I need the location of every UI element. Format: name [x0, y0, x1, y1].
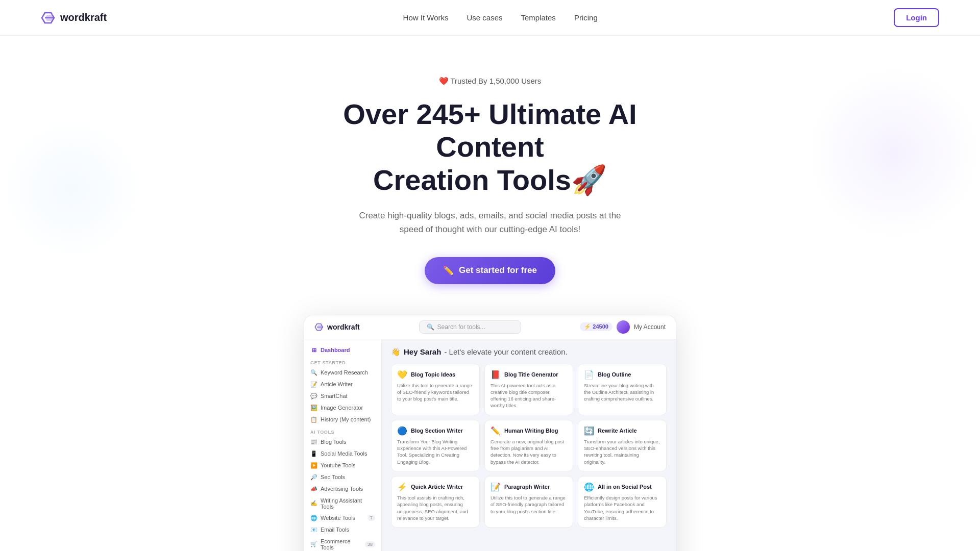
- tool-desc: This AI-powered tool acts as a creative …: [491, 382, 567, 409]
- tool-card-header: 📄 Blog Outline: [584, 370, 660, 380]
- cta-label: Get started for free: [459, 265, 537, 276]
- nav-use-cases[interactable]: Use cases: [467, 13, 502, 22]
- tool-card-blog-topic-ideas[interactable]: 💛 Blog Topic Ideas Utilize this tool to …: [391, 364, 480, 415]
- logo-text: wordkraft: [60, 12, 107, 23]
- writing-icon: ✍️: [310, 500, 317, 507]
- tool-icon: 🔄: [584, 426, 594, 436]
- sidebar-item-keyword-research[interactable]: 🔍 Keyword Research: [304, 367, 381, 379]
- tool-desc: This tool assists in crafting rich, appe…: [397, 494, 474, 521]
- article-icon: 📝: [310, 381, 317, 388]
- mockup-topbar: wordkraft 🔍 Search for tools... ⚡ 24500 …: [304, 315, 676, 339]
- tool-card-blog-outline[interactable]: 📄 Blog Outline Streamline your blog writ…: [578, 364, 667, 415]
- nav-pricing[interactable]: Pricing: [574, 13, 598, 22]
- tool-icon: 📕: [491, 370, 501, 380]
- tool-card-blog-title-gen[interactable]: 📕 Blog Title Generator This AI-powered t…: [484, 364, 573, 415]
- greeting-name: Hey Sarah: [404, 347, 441, 356]
- mockup-logo: wordkraft: [314, 322, 360, 332]
- tool-card-header: 🔵 Blog Section Writer: [397, 426, 474, 436]
- blog-icon: 📰: [310, 439, 317, 445]
- nav-templates[interactable]: Templates: [521, 13, 556, 22]
- tool-card-header: 📝 Paragraph Writer: [491, 482, 567, 492]
- nav-how-it-works[interactable]: How It Works: [403, 13, 449, 22]
- tool-desc: Transform your articles into unique, SEO…: [584, 438, 660, 465]
- sidebar-item-email-tools[interactable]: 📧 Email Tools: [304, 524, 381, 536]
- greeting-sub: - Let's elevate your content creation.: [444, 347, 567, 356]
- email-icon: 📧: [310, 527, 317, 533]
- nav-links: How It Works Use cases Templates Pricing: [403, 13, 598, 22]
- tool-icon: ⚡: [397, 482, 407, 492]
- tool-title: All in on Social Post: [598, 484, 652, 490]
- sidebar-item-article-writer[interactable]: 📝 Article Writer: [304, 379, 381, 390]
- tool-desc: Transform Your Blog Writing Experience w…: [397, 438, 474, 465]
- get-started-section: GET STARTED: [304, 356, 381, 367]
- tool-title: Blog Outline: [598, 371, 631, 378]
- tool-card-social-post[interactable]: 🌐 All in on Social Post Efficiently desi…: [578, 476, 667, 528]
- mockup-logo-text: wordkraft: [327, 323, 360, 331]
- trusted-badge: ❤️ Trusted By 1,50,000 Users: [439, 77, 542, 86]
- tool-card-human-writing[interactable]: ✏️ Human Writing Blog Generate a new, or…: [484, 420, 573, 471]
- history-icon: 📋: [310, 416, 317, 423]
- login-button[interactable]: Login: [894, 8, 939, 27]
- sidebar-item-writing-assistant[interactable]: ✍️ Writing Assistant Tools: [304, 495, 381, 512]
- tool-card-paragraph-writer[interactable]: 📝 Paragraph Writer Utilize this tool to …: [484, 476, 573, 528]
- navbar: wordkraft How It Works Use cases Templat…: [0, 0, 980, 36]
- ai-tools-section: AI TOOLS: [304, 425, 381, 436]
- tool-card-blog-section-writer[interactable]: 🔵 Blog Section Writer Transform Your Blo…: [391, 420, 480, 471]
- mockup-main-content: 👋 Hey Sarah - Let's elevate your content…: [382, 339, 676, 551]
- tool-card-header: 💛 Blog Topic Ideas: [397, 370, 474, 380]
- tool-card-header: ✏️ Human Writing Blog: [491, 426, 567, 436]
- hero-subtext: Create high-quality blogs, ads, emails, …: [352, 209, 628, 236]
- tool-title: Paragraph Writer: [504, 484, 550, 490]
- youtube-icon: ▶️: [310, 462, 317, 469]
- tool-card-rewrite-article[interactable]: 🔄 Rewrite Article Transform your article…: [578, 420, 667, 471]
- mockup-search-bar[interactable]: 🔍 Search for tools...: [419, 320, 521, 334]
- dashboard-label: Dashboard: [321, 347, 350, 353]
- app-mockup: wordkraft 🔍 Search for tools... ⚡ 24500 …: [304, 315, 676, 551]
- logo-icon: [41, 10, 57, 26]
- sidebar-item-social-media[interactable]: 📱 Social Media Tools: [304, 448, 381, 460]
- tool-title: Blog Section Writer: [411, 428, 463, 434]
- tool-card-header: ⚡ Quick Article Writer: [397, 482, 474, 492]
- website-icon: 🌐: [310, 515, 317, 521]
- tools-grid: 💛 Blog Topic Ideas Utilize this tool to …: [391, 364, 667, 528]
- search-icon: 🔍: [427, 323, 434, 331]
- mockup-user-area: ⚡ 24500 My Account: [580, 320, 666, 334]
- cta-button[interactable]: ✏️ Get started for free: [425, 257, 555, 284]
- sidebar-item-image-generator[interactable]: 🖼️ Image Generator: [304, 402, 381, 414]
- sidebar-item-advertising[interactable]: 📣 Advertising Tools: [304, 483, 381, 495]
- ecommerce-count: 38: [365, 541, 375, 547]
- tool-title: Quick Article Writer: [411, 484, 463, 490]
- sidebar-item-ecommerce[interactable]: 🛒 Ecommerce Tools 38: [304, 536, 381, 551]
- greeting: 👋 Hey Sarah - Let's elevate your content…: [391, 347, 667, 357]
- tool-card-header: 🔄 Rewrite Article: [584, 426, 660, 436]
- sidebar-item-dashboard[interactable]: ⊞ Dashboard: [304, 344, 381, 356]
- tool-icon: 🔵: [397, 426, 407, 436]
- sidebar: ⊞ Dashboard GET STARTED 🔍 Keyword Resear…: [304, 339, 382, 551]
- sidebar-item-seo[interactable]: 🔎 Seo Tools: [304, 471, 381, 483]
- logo[interactable]: wordkraft: [41, 10, 107, 26]
- mockup-body: ⊞ Dashboard GET STARTED 🔍 Keyword Resear…: [304, 339, 676, 551]
- mockup-wrapper: wordkraft 🔍 Search for tools... ⚡ 24500 …: [0, 315, 980, 551]
- sidebar-item-history[interactable]: 📋 History (My content): [304, 414, 381, 425]
- tool-desc: Streamline your blog writing with the Ou…: [584, 382, 660, 403]
- tool-title: Blog Topic Ideas: [411, 371, 455, 378]
- avatar: [617, 320, 630, 334]
- tool-desc: Generate a new, original blog post free …: [491, 438, 567, 465]
- image-gen-icon: 🖼️: [310, 405, 317, 411]
- keyword-icon: 🔍: [310, 369, 317, 376]
- tool-icon: 📝: [491, 482, 501, 492]
- sidebar-item-youtube[interactable]: ▶️ Youtube Tools: [304, 460, 381, 471]
- sidebar-item-website-tools[interactable]: 🌐 Website Tools 7: [304, 512, 381, 524]
- advertising-icon: 📣: [310, 486, 317, 492]
- website-tools-count: 7: [368, 515, 375, 521]
- tool-title: Rewrite Article: [598, 428, 637, 434]
- tool-card-quick-article[interactable]: ⚡ Quick Article Writer This tool assists…: [391, 476, 480, 528]
- sidebar-item-blog-tools[interactable]: 📰 Blog Tools: [304, 436, 381, 448]
- tool-card-header: 📕 Blog Title Generator: [491, 370, 567, 380]
- dashboard-icon: ⊞: [310, 347, 317, 354]
- tool-icon: 📄: [584, 370, 594, 380]
- tool-title: Human Writing Blog: [504, 428, 558, 434]
- sidebar-item-smartchat[interactable]: 💬 SmartChat: [304, 390, 381, 402]
- tool-icon: 💛: [397, 370, 407, 380]
- tool-title: Blog Title Generator: [504, 371, 558, 378]
